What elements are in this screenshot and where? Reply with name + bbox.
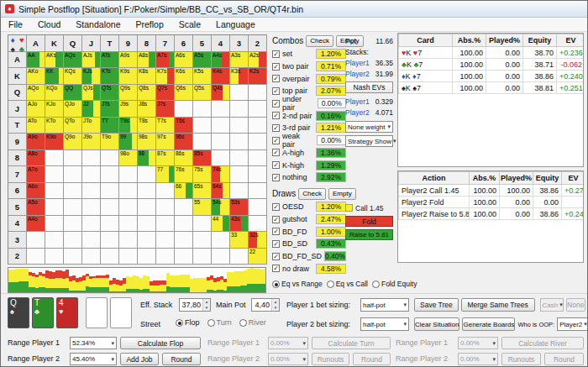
draws-empty-button[interactable]: Empty <box>328 188 356 200</box>
matrix-cell-K4s[interactable]: K4s <box>212 68 230 85</box>
matrix-cell-A2s[interactable]: A2s <box>249 52 267 69</box>
matrix-cell-A8s[interactable]: A8s <box>138 52 156 69</box>
calculate-flop-button[interactable]: Calculate Flop <box>120 337 201 349</box>
player2-nash-link[interactable]: Player2 <box>345 108 370 117</box>
matrix-cell-55[interactable]: 55 <box>193 199 212 216</box>
round-turn-button[interactable]: Round <box>353 353 391 365</box>
draw-checkbox-OESD[interactable]: ✓ <box>272 203 280 211</box>
player1-stack-link[interactable]: Player1 <box>345 59 370 67</box>
matrix-cell-QTs[interactable]: QTs <box>101 85 119 102</box>
matrix-cell-empty[interactable] <box>175 199 193 216</box>
board-card-Q[interactable]: Q♠ <box>8 297 29 328</box>
matrix-cell-empty[interactable] <box>119 216 138 233</box>
matrix-cell-empty[interactable] <box>249 166 267 183</box>
matrix-cell-JTs[interactable]: JTs <box>101 101 119 118</box>
matrix-cell-A9o[interactable]: A9o <box>27 134 45 150</box>
matrix-cell-empty[interactable] <box>156 216 175 233</box>
matrix-cell-76s[interactable]: 76s <box>175 166 193 183</box>
matrix-cell-empty[interactable] <box>82 183 101 200</box>
matrix-cell-K3s[interactable]: K3s <box>230 68 249 85</box>
matrix-cell-empty[interactable] <box>119 183 138 200</box>
matrix-cell-QTo[interactable]: QTo <box>64 118 82 134</box>
matrix-cell-empty[interactable] <box>212 249 230 265</box>
matrix-cell-K9s[interactable]: K9s <box>119 68 138 85</box>
matrix-cell-empty[interactable] <box>45 216 64 233</box>
matrix-cell-empty[interactable] <box>64 183 82 200</box>
save-tree-button[interactable]: Save Tree <box>414 298 459 312</box>
matrix-cell-empty[interactable] <box>45 249 64 265</box>
eff-stack-input[interactable]: 37,80 ▲▼ <box>179 298 211 312</box>
matrix-cell-empty[interactable] <box>82 232 101 249</box>
runouts-river-button[interactable]: Runouts <box>501 353 541 365</box>
weight-dropdown[interactable]: None weight ▾ <box>345 121 393 133</box>
matrix-cell-Q6s[interactable]: Q6s <box>175 85 193 102</box>
matrix-cell-empty[interactable] <box>45 232 64 249</box>
matrix-cell-33[interactable]: 33 <box>230 232 249 249</box>
matrix-cell-AA[interactable]: AA <box>27 52 45 69</box>
matrix-cell-32s[interactable]: 32s <box>249 232 267 249</box>
matrix-cell-empty[interactable] <box>156 232 175 249</box>
matrix-cell-A9s[interactable]: A9s <box>119 52 138 69</box>
matrix-cell-J9o[interactable]: J9o <box>82 134 101 150</box>
matrix-cell-empty[interactable] <box>175 101 193 118</box>
matrix-cell-64s[interactable]: 64s <box>212 183 230 200</box>
empty-card-slot[interactable] <box>110 297 132 328</box>
matrix-cell-empty[interactable] <box>156 249 175 265</box>
combo-checkbox-two-pair[interactable]: ✓ <box>272 63 280 71</box>
menu-item-language[interactable]: Language <box>208 18 263 30</box>
matrix-cell-empty[interactable] <box>249 101 267 118</box>
matrix-cell-88[interactable]: 88 <box>138 150 156 167</box>
matrix-cell-A5s[interactable]: A5s <box>193 52 212 69</box>
runouts-turn-button[interactable]: Runouts <box>312 353 349 365</box>
matrix-cell-empty[interactable] <box>101 232 119 249</box>
combos-check-button[interactable]: Check <box>306 35 333 47</box>
matrix-cell-75s[interactable]: 75s <box>193 166 212 183</box>
matrix-cell-empty[interactable] <box>193 101 212 118</box>
matrix-cell-A6s[interactable]: A6s <box>175 52 193 69</box>
matrix-cell-ATs[interactable]: ATs <box>101 52 119 69</box>
draw-checkbox-BD_SD[interactable]: ✓ <box>272 240 280 248</box>
matrix-cell-empty[interactable] <box>230 118 249 134</box>
matrix-corner-suits[interactable]: ♦♥♠♣ <box>8 35 27 52</box>
matrix-cell-empty[interactable] <box>45 150 64 167</box>
matrix-cell-98o[interactable]: 98o <box>119 150 138 167</box>
matrix-cell-empty[interactable] <box>64 232 82 249</box>
matrix-cell-A4s[interactable]: A4s <box>212 52 230 69</box>
round-button[interactable]: Round <box>162 353 201 365</box>
matrix-cell-empty[interactable] <box>27 249 45 265</box>
matrix-cell-KK[interactable]: KK <box>45 68 64 85</box>
matrix-cell-empty[interactable] <box>249 150 267 167</box>
card-table-row[interactable]: ♦K ♦7100.000.0038.86+0.240 <box>399 71 585 82</box>
combo-checkbox-weak-pair[interactable]: ✓ <box>272 137 280 144</box>
matrix-cell-empty[interactable] <box>212 150 230 167</box>
matrix-cell-AJs[interactable]: AJs <box>82 52 101 69</box>
matrix-cell-T7s[interactable]: T7s <box>156 118 175 134</box>
matrix-cell-99[interactable]: 99 <box>119 134 138 150</box>
matrix-cell-empty[interactable] <box>101 216 119 233</box>
matrix-cell-empty[interactable] <box>119 166 138 183</box>
board-card-4[interactable]: 4♥ <box>56 297 78 328</box>
matrix-cell-T8s[interactable]: T8s <box>138 118 156 134</box>
matrix-cell-empty[interactable] <box>193 118 212 134</box>
matrix-cell-JJ[interactable]: JJ <box>82 101 101 118</box>
matrix-cell-AJo[interactable]: AJo <box>27 101 45 118</box>
matrix-cell-86s[interactable]: 86s <box>175 150 193 167</box>
spinner-down-icon[interactable]: ▼ <box>272 305 279 311</box>
matrix-cell-empty[interactable] <box>119 232 138 249</box>
draw-checkbox-no-draw[interactable]: ✓ <box>272 265 280 272</box>
matrix-cell-empty[interactable] <box>64 249 82 265</box>
draw-checkbox-BD_FD_SD[interactable]: ✓ <box>272 253 280 260</box>
matrix-cell-empty[interactable] <box>101 166 119 183</box>
matrix-cell-empty[interactable] <box>230 150 249 167</box>
matrix-cell-Q5s[interactable]: Q5s <box>193 85 212 102</box>
matrix-cell-A7o[interactable]: A7o <box>27 166 45 183</box>
matrix-cell-empty[interactable] <box>230 183 249 200</box>
eff-stack-spinner[interactable]: ▲▼ <box>202 299 210 311</box>
matrix-cell-empty[interactable] <box>249 118 267 134</box>
matrix-cell-empty[interactable] <box>249 85 267 102</box>
matrix-cell-85s[interactable]: 85s <box>193 150 212 167</box>
matrix-cell-Q4s[interactable]: Q4s <box>212 85 230 102</box>
matrix-cell-QJo[interactable]: QJo <box>64 101 82 118</box>
matrix-cell-empty[interactable] <box>212 101 230 118</box>
matrix-cell-empty[interactable] <box>64 199 82 216</box>
